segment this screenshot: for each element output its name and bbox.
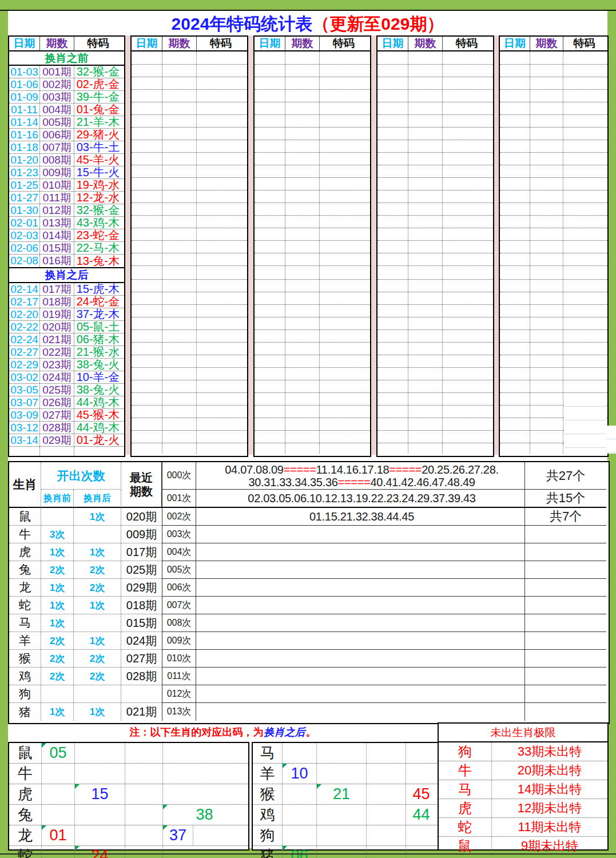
empty-cell — [320, 305, 368, 317]
empty-row — [255, 115, 370, 128]
empty-cell — [408, 115, 443, 127]
table-row: 01-09003期39-牛-金 — [9, 91, 124, 104]
empty-cell — [500, 380, 530, 392]
bottom-number-cell: 10 — [283, 764, 317, 784]
empty-cell — [500, 140, 530, 152]
empty-cell — [377, 368, 408, 380]
freq-numbers — [196, 685, 525, 703]
period-cell: 001期 — [40, 66, 74, 78]
code-cell: 21-羊-木 — [74, 116, 122, 128]
empty-cell — [197, 203, 245, 215]
date-header: 日期 — [132, 37, 162, 50]
limit-zodiac: 鼠 — [439, 837, 492, 855]
period-cell: 024期 — [40, 371, 74, 383]
empty-cell — [197, 228, 245, 240]
date-cell: 03-02 — [9, 371, 40, 383]
bottom-empty-cell — [193, 825, 246, 845]
empty-row — [377, 90, 493, 102]
code-table-group: 日期期数特码 — [253, 35, 371, 457]
empty-cell — [563, 317, 605, 329]
code-cell: 15-牛-火 — [74, 166, 122, 178]
empty-cell — [530, 253, 563, 265]
bottom-empty-cell — [42, 784, 75, 804]
empty-cell — [408, 77, 443, 89]
empty-cell — [563, 102, 605, 114]
code-cell: 45-猴-木 — [74, 409, 122, 421]
count-after — [74, 526, 121, 543]
empty-row — [377, 406, 493, 418]
section-band: 换肖之后 — [9, 267, 124, 283]
empty-row — [377, 443, 493, 454]
stats-zodiac-label: 羊 — [9, 632, 41, 650]
empty-cell — [320, 317, 368, 329]
empty-cell — [320, 140, 368, 152]
empty-cell — [377, 115, 408, 127]
empty-row — [132, 128, 247, 140]
empty-cell — [132, 102, 162, 114]
empty-cell — [320, 266, 368, 279]
empty-cell — [285, 165, 320, 177]
empty-cell — [530, 178, 563, 190]
count-before: 1次 — [41, 579, 74, 597]
empty-cell — [530, 406, 563, 418]
empty-cell — [530, 343, 563, 355]
empty-cell — [563, 241, 605, 253]
stats-zodiac-label: 龙 — [9, 579, 41, 597]
empty-cell — [563, 203, 605, 215]
freq-separator: ===== — [338, 476, 371, 488]
empty-cell — [500, 203, 530, 215]
empty-cell — [563, 140, 605, 152]
empty-row — [255, 216, 370, 228]
empty-cell — [530, 418, 563, 430]
bottom-empty-cell — [125, 784, 163, 804]
stats-zodiac-label: 狗 — [9, 685, 41, 703]
empty-cell — [320, 115, 368, 127]
empty-cell — [408, 418, 443, 430]
limit-zodiac: 蛇 — [439, 818, 492, 836]
empty-cell — [255, 102, 285, 114]
empty-cell — [320, 380, 368, 392]
table-header-row: 日期期数特码 — [500, 37, 607, 51]
empty-row — [132, 317, 247, 330]
freq-count — [525, 632, 606, 650]
empty-cell — [132, 153, 162, 165]
freq-numbers — [196, 632, 525, 650]
empty-row — [377, 253, 493, 266]
empty-cell — [320, 178, 368, 190]
empty-cell — [563, 253, 605, 265]
empty-cell — [132, 140, 162, 152]
empty-cell — [408, 51, 443, 64]
empty-cell — [132, 77, 162, 89]
empty-cell — [162, 153, 197, 165]
empty-cell — [320, 65, 368, 77]
empty-cell — [132, 393, 162, 405]
bottom-empty-cell — [283, 784, 317, 804]
empty-cell — [377, 128, 408, 140]
code-cell: 13-兔-木 — [74, 255, 122, 267]
table-row: 02-17018期24-蛇-金 — [9, 296, 124, 308]
title-update: （更新至029期） — [312, 14, 444, 33]
empty-cell — [563, 65, 605, 77]
empty-row — [377, 241, 493, 253]
freq-count — [525, 650, 606, 668]
empty-cell — [530, 266, 563, 279]
stats-zodiac-label: 马 — [9, 614, 41, 632]
date-cell: 01-16 — [9, 129, 40, 141]
count-after — [74, 614, 121, 632]
freq-count — [525, 685, 606, 703]
empty-cell — [408, 90, 443, 102]
empty-cell — [500, 51, 530, 64]
table-row: 03-12028期44-鸡-木 — [9, 422, 124, 434]
empty-cell — [255, 368, 285, 380]
bottom-row: 虎15 — [9, 784, 248, 805]
limit-zodiac: 马 — [439, 780, 492, 799]
empty-cell — [255, 165, 285, 177]
empty-cell — [255, 77, 285, 89]
empty-row — [255, 140, 370, 153]
empty-cell — [285, 380, 320, 392]
period-cell: 022期 — [40, 346, 74, 358]
freq-numbers — [196, 703, 525, 721]
empty-cell — [563, 115, 605, 127]
before-change-label: 换肖前 — [41, 490, 74, 508]
empty-cell — [197, 355, 245, 367]
